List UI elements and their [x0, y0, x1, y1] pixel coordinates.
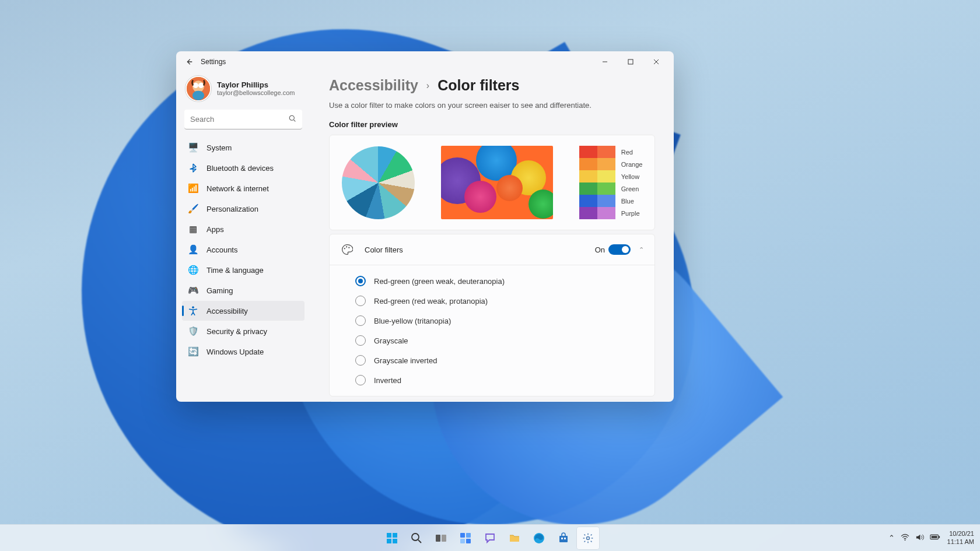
sidebar: Taylor Phillips taylor@bellowscollege.co…	[176, 72, 310, 402]
preview-photo	[441, 146, 553, 219]
palette-icon	[340, 244, 354, 255]
window-title: Settings	[201, 58, 226, 66]
filter-option[interactable]: Red-green (green weak, deuteranopia)	[353, 271, 654, 291]
swatch-label: Yellow	[621, 170, 643, 183]
nav-icon: 🎮	[188, 285, 198, 296]
taskbar-search[interactable]	[405, 527, 428, 549]
sidebar-item-label: Gaming	[206, 286, 233, 295]
maximize-icon	[628, 59, 634, 65]
color-filters-label: Color filters	[365, 245, 403, 254]
sidebar-item-label: Security & privacy	[206, 327, 267, 336]
filter-option-label: Red-green (green weak, deuteranopia)	[374, 277, 505, 286]
filter-option-label: Grayscale	[374, 336, 408, 345]
sidebar-item-label: Apps	[206, 225, 224, 234]
profile-block[interactable]: Taylor Phillips taylor@bellowscollege.co…	[182, 72, 304, 110]
sidebar-item-gaming[interactable]: 🎮Gaming	[182, 280, 304, 300]
sidebar-item-security-privacy[interactable]: 🛡️Security & privacy	[182, 321, 304, 341]
color-filters-toggle[interactable]	[608, 244, 631, 255]
svg-point-6	[289, 115, 294, 120]
filter-option[interactable]: Blue-yellow (tritanopia)	[353, 311, 654, 331]
svg-rect-30	[931, 536, 937, 538]
taskbar-store[interactable]	[552, 527, 575, 549]
nav-icon: 🛡️	[188, 326, 198, 336]
sidebar-item-personalization[interactable]: 🖌️Personalization	[182, 199, 304, 219]
svg-rect-17	[442, 535, 446, 542]
taskbar: ⌃ 10/20/21 11:11 AM	[0, 524, 980, 551]
color-filters-card: Color filters On ⌃ Red-green (green weak…	[329, 234, 655, 396]
chevron-right-icon: ›	[426, 80, 429, 91]
filter-option[interactable]: Grayscale	[353, 331, 654, 350]
sidebar-item-network-internet[interactable]: 📶Network & internet	[182, 178, 304, 198]
radio-icon	[355, 315, 366, 326]
nav-icon: 📶	[188, 183, 198, 194]
nav-icon: 🌐	[188, 265, 198, 275]
sidebar-item-bluetooth-devices[interactable]: Bluetooth & devices	[182, 158, 304, 178]
swatch-label: Red	[621, 146, 643, 158]
main-content[interactable]: Accessibility › Color filters Use a colo…	[310, 72, 674, 402]
wifi-icon[interactable]	[901, 533, 909, 543]
sidebar-item-label: Accessibility	[206, 307, 248, 315]
color-filters-toggle-row[interactable]: Color filters On ⌃	[330, 234, 654, 265]
nav-icon	[188, 306, 198, 316]
nav-icon: 👤	[188, 244, 198, 255]
taskbar-taskview[interactable]	[430, 527, 452, 549]
sidebar-item-windows-update[interactable]: 🔄Windows Update	[182, 342, 304, 362]
profile-name: Taylor Phillips	[217, 80, 295, 90]
back-button[interactable]	[181, 54, 197, 70]
minimize-button[interactable]	[592, 54, 618, 70]
taskbar-explorer[interactable]	[503, 527, 526, 549]
filter-option-label: Grayscale inverted	[374, 356, 437, 365]
svg-point-7	[192, 306, 194, 308]
swatch-label: Green	[621, 183, 643, 195]
sidebar-item-accessibility[interactable]: Accessibility	[182, 301, 304, 321]
maximize-button[interactable]	[618, 54, 643, 70]
taskbar-chat[interactable]	[479, 527, 501, 549]
shortcut-toggle-row[interactable]: Keyboard shortcut for color filters Off	[330, 401, 654, 402]
start-button[interactable]	[381, 527, 403, 549]
color-filters-state-label: On	[595, 245, 605, 254]
sidebar-item-time-language[interactable]: 🌐Time & language	[182, 260, 304, 280]
filter-options-list: Red-green (green weak, deuteranopia)Red-…	[330, 265, 654, 396]
svg-rect-11	[387, 533, 391, 538]
svg-point-4	[193, 83, 198, 88]
volume-icon[interactable]	[915, 533, 924, 543]
sidebar-item-accounts[interactable]: 👤Accounts	[182, 240, 304, 259]
sidebar-item-system[interactable]: 🖥️System	[182, 138, 304, 157]
titlebar: Settings	[176, 51, 674, 72]
taskbar-settings[interactable]	[577, 527, 599, 549]
nav-icon: ▦	[188, 224, 198, 234]
filter-option[interactable]: Grayscale inverted	[353, 350, 654, 370]
sidebar-item-label: Bluetooth & devices	[206, 164, 274, 173]
svg-point-15	[412, 534, 419, 541]
taskbar-clock[interactable]: 10/20/21 11:11 AM	[947, 530, 974, 546]
svg-rect-29	[939, 536, 940, 538]
shortcut-card: Keyboard shortcut for color filters Off	[329, 400, 655, 402]
breadcrumb-parent[interactable]: Accessibility	[329, 77, 418, 94]
radio-icon	[355, 375, 366, 385]
filter-option[interactable]: Red-green (red weak, protanopia)	[353, 291, 654, 311]
filter-option[interactable]: Inverted	[353, 370, 654, 390]
nav-icon: 🖌️	[188, 203, 198, 214]
chevron-up-icon[interactable]: ⌃	[639, 246, 644, 254]
filter-option-label: Blue-yellow (tritanopia)	[374, 317, 451, 325]
svg-point-5	[198, 83, 204, 88]
taskbar-widgets[interactable]	[454, 527, 477, 549]
breadcrumb-current: Color filters	[438, 77, 519, 94]
close-button[interactable]	[643, 54, 669, 70]
tray-chevron-icon[interactable]: ⌃	[888, 534, 895, 542]
svg-rect-20	[460, 539, 465, 543]
svg-point-9	[346, 246, 347, 247]
battery-icon[interactable]	[930, 534, 940, 542]
svg-rect-25	[564, 538, 566, 539]
filter-option-label: Red-green (red weak, protanopia)	[374, 297, 488, 306]
sidebar-item-apps[interactable]: ▦Apps	[182, 219, 304, 239]
svg-rect-0	[628, 59, 633, 64]
taskbar-edge[interactable]	[528, 527, 550, 549]
svg-rect-19	[466, 533, 471, 538]
taskbar-center	[381, 527, 599, 549]
search-input[interactable]	[184, 110, 302, 129]
back-arrow-icon	[185, 58, 193, 66]
preview-section-label: Color filter preview	[329, 120, 655, 129]
nav-icon: 🔄	[188, 346, 198, 357]
preview-swatches: RedOrangeYellowGreenBluePurple	[579, 146, 643, 219]
